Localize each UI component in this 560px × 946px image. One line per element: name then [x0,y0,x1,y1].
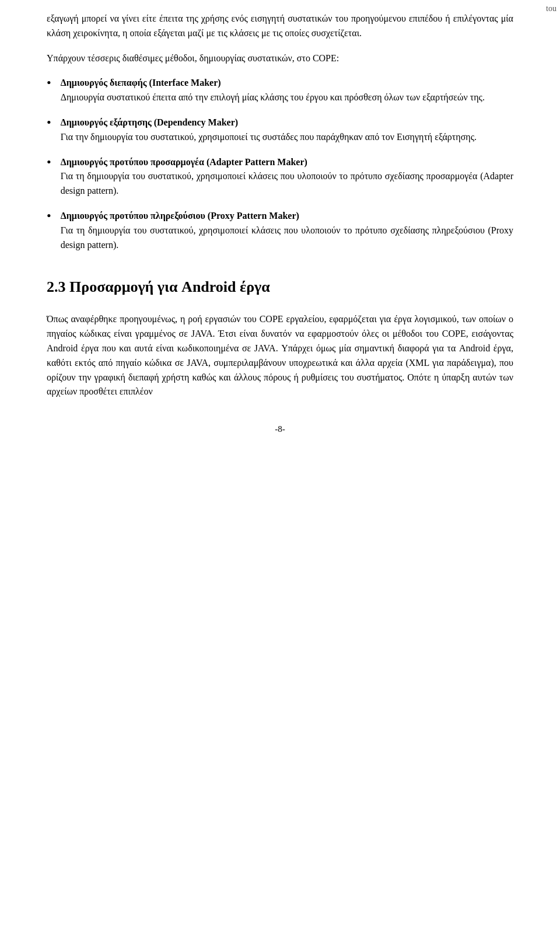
section-number: 2.3 [47,278,69,295]
bullet-content-2: Δημιουργός εξάρτησης (Dependency Maker) … [61,116,513,145]
bullet-section: • Δημιουργός διεπαφής (Interface Maker) … [47,76,513,252]
bullet-text-1: Δημιουργία συστατικού έπειτα από την επι… [61,92,485,102]
bullet-item-1: • Δημιουργός διεπαφής (Interface Maker) … [47,76,513,105]
top-right-text: tou [542,0,560,17]
section-heading: 2.3 Προσαρμογή για Android έργα [47,275,513,298]
bullet-title-4: Δημιουργός προτύπου πληρεξούσιου (Proxy … [61,211,299,221]
bullet-title-2: Δημιουργός εξάρτησης (Dependency Maker) [61,117,238,127]
bullet-title-3: Δημιουργός προτύπου προσαρμογέα (Adapter… [61,157,307,167]
bullet-content-1: Δημιουργός διεπαφής (Interface Maker) Δη… [61,76,513,105]
bullet-dot-2: • [47,114,51,131]
section-intro: Υπάρχουν τέσσερις διαθέσιμες μέθοδοι, δη… [47,51,513,66]
bullet-content-3: Δημιουργός προτύπου προσαρμογέα (Adapter… [61,155,513,198]
bullet-dot-1: • [47,75,51,92]
bullet-item-2: • Δημιουργός εξάρτησης (Dependency Maker… [47,116,513,145]
body-paragraph-1: Όπως αναφέρθηκε προηγουμένως, η ροή εργα… [47,312,513,399]
bullet-text-2: Για την δημιουργία του συστατικού, χρησι… [61,132,477,142]
bullet-title-1: Δημιουργός διεπαφής (Interface Maker) [61,78,221,88]
bullet-dot-4: • [47,208,51,225]
bullet-item-3: • Δημιουργός προτύπου προσαρμογέα (Adapt… [47,155,513,198]
section-title: Προσαρμογή για Android έργα [69,278,270,295]
page-container: tou εξαγωγή μπορεί να γίνει είτε έπειτα … [0,0,560,459]
bullet-dot-3: • [47,154,51,171]
bullet-item-4: • Δημιουργός προτύπου πληρεξούσιου (Prox… [47,209,513,252]
bullet-text-4: Για τη δημιουργία του συστατικού, χρησιμ… [61,225,513,250]
page-footer: -8- [47,423,513,436]
bullet-text-3: Για τη δημιουργία του συστατικού, χρησιμ… [61,171,513,196]
intro-paragraph: εξαγωγή μπορεί να γίνει είτε έπειτα της … [47,12,513,41]
bullet-content-4: Δημιουργός προτύπου πληρεξούσιου (Proxy … [61,209,513,252]
